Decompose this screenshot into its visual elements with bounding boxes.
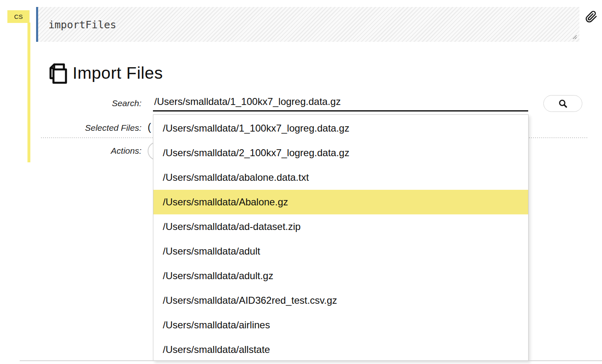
file-suggestion-item[interactable]: /Users/smalldata/abalone.data.txt: [153, 165, 528, 190]
code-input[interactable]: importFiles: [48, 19, 116, 31]
flow-notebook-page: CS importFiles Import Files Search: Sele…: [0, 0, 602, 364]
files-icon: [46, 61, 69, 85]
file-suggestion-item[interactable]: /Users/smalldata/adult: [153, 239, 528, 264]
selected-files-label: Selected Files:: [0, 123, 141, 133]
code-cell[interactable]: importFiles: [36, 7, 579, 42]
search-input[interactable]: [153, 95, 528, 111]
actions-label: Actions:: [0, 146, 141, 156]
selected-files-open-paren: (: [148, 121, 151, 133]
file-suggestion-item[interactable]: /Users/smalldata/adult.gz: [153, 264, 528, 288]
paperclip-icon[interactable]: [585, 10, 597, 23]
search-label: Search:: [0, 98, 141, 108]
page-title-row: Import Files: [46, 61, 163, 85]
file-suggestion-item[interactable]: /Users/smalldata/airlines: [153, 313, 528, 337]
resize-handle-icon[interactable]: [571, 34, 578, 40]
file-suggestions-list: /Users/smalldata/1_100kx7_logreg.data.gz…: [153, 115, 528, 361]
file-suggestions-dropdown: /Users/smalldata/1_100kx7_logreg.data.gz…: [153, 114, 529, 361]
search-icon: [558, 99, 568, 109]
page-title: Import Files: [73, 64, 163, 83]
file-suggestion-item[interactable]: /Users/smalldata/AID362red_test.csv.gz: [153, 288, 528, 313]
file-suggestion-item[interactable]: /Users/smalldata/1_100kx7_logreg.data.gz: [153, 116, 528, 141]
cell-type-badge[interactable]: CS: [7, 10, 30, 23]
search-button[interactable]: [543, 95, 582, 112]
file-suggestion-item[interactable]: /Users/smalldata/Abalone.gz: [153, 190, 528, 214]
active-cell-indicator: [27, 23, 30, 162]
file-suggestion-item[interactable]: /Users/smalldata/ad-dataset.zip: [153, 214, 528, 239]
file-suggestion-item[interactable]: /Users/smalldata/allstate: [153, 337, 528, 361]
file-suggestion-item[interactable]: /Users/smalldata/2_100kx7_logreg.data.gz: [153, 141, 528, 165]
page-bottom-border: [20, 360, 602, 361]
